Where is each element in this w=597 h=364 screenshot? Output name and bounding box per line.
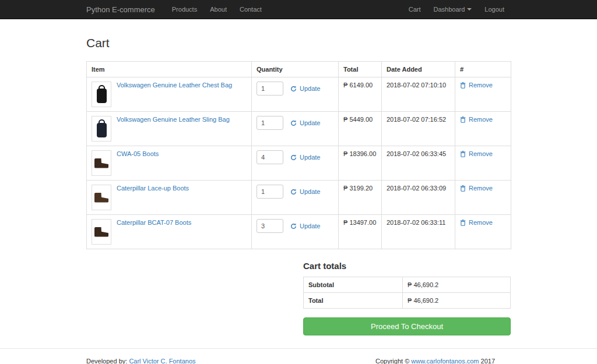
table-row: Volkswagen Genuine Leather Chest Bag Upd… xyxy=(87,77,511,112)
remove-link-label: Remove xyxy=(469,185,493,192)
row-date-added: 2018-07-02 07:16:52 xyxy=(382,112,455,146)
product-image xyxy=(92,82,111,107)
remove-link[interactable]: Remove xyxy=(460,82,493,89)
product-image xyxy=(92,185,111,210)
trash-icon xyxy=(460,220,466,226)
remove-link-label: Remove xyxy=(469,82,493,89)
table-row: Volkswagen Genuine Leather Sling Bag Upd… xyxy=(87,112,511,146)
top-navbar: Python E-commerce Products About Contact… xyxy=(0,0,597,19)
developer-link[interactable]: Carl Victor C. Fontanos xyxy=(129,358,195,364)
nav-item-logout[interactable]: Logout xyxy=(478,6,511,13)
table-row: CWA-05 Boots Update ₱ 18396.00 2018-07-0… xyxy=(87,146,511,181)
cart-totals-title: Cart totals xyxy=(303,261,511,271)
product-link[interactable]: Caterpillar BCAT-07 Boots xyxy=(117,219,191,226)
refresh-icon xyxy=(290,86,297,92)
update-link-label: Update xyxy=(300,188,320,195)
table-header-row: Item Quantity Total Date Added # xyxy=(87,62,511,77)
quantity-input[interactable] xyxy=(257,150,283,164)
nav-item-about[interactable]: About xyxy=(203,6,233,13)
update-link[interactable]: Update xyxy=(290,222,320,229)
caret-down-icon xyxy=(467,8,472,10)
quantity-input[interactable] xyxy=(257,185,283,199)
col-header-date-added: Date Added xyxy=(382,62,455,77)
update-link[interactable]: Update xyxy=(290,119,320,126)
copyright-link[interactable]: www.carlofontanos.com xyxy=(411,358,479,364)
copyright-year: 2017 xyxy=(481,358,495,364)
trash-icon xyxy=(460,185,466,192)
refresh-icon xyxy=(290,120,297,126)
row-total: ₱ 3199.20 xyxy=(339,181,382,215)
product-link[interactable]: Caterpillar Lace-up Boots xyxy=(117,185,189,192)
total-value: ₱ 46,690.2 xyxy=(403,293,511,309)
col-header-actions: # xyxy=(455,62,511,77)
col-header-item: Item xyxy=(87,62,252,77)
col-header-quantity: Quantity xyxy=(252,62,339,77)
remove-link[interactable]: Remove xyxy=(460,185,493,192)
totals-table: Subtotal ₱ 46,690.2 Total ₱ 46,690.2 xyxy=(303,277,511,309)
remove-link[interactable]: Remove xyxy=(460,219,493,226)
page-title: Cart xyxy=(86,36,511,50)
remove-link-label: Remove xyxy=(469,116,493,123)
row-date-added: 2018-07-02 06:33:45 xyxy=(382,146,455,181)
table-row: Caterpillar Lace-up Boots Update ₱ 3199.… xyxy=(87,181,511,215)
subtotal-value: ₱ 46,690.2 xyxy=(403,277,511,293)
nav-item-cart[interactable]: Cart xyxy=(402,6,427,13)
product-link[interactable]: CWA-05 Boots xyxy=(117,150,159,157)
page-footer: Developed by: Carl Victor C. Fontanos ⌂ … xyxy=(0,348,597,364)
update-link-label: Update xyxy=(300,119,320,126)
update-link[interactable]: Update xyxy=(290,85,320,92)
row-total: ₱ 13497.00 xyxy=(339,215,382,249)
product-link[interactable]: Volkswagen Genuine Leather Chest Bag xyxy=(117,82,232,89)
nav-left: Products About Contact xyxy=(166,6,268,13)
nav-item-products[interactable]: Products xyxy=(166,6,203,13)
product-link[interactable]: Volkswagen Genuine Leather Sling Bag xyxy=(117,116,230,123)
brand-link[interactable]: Python E-commerce xyxy=(86,5,155,14)
row-date-added: 2018-07-02 06:33:11 xyxy=(382,215,455,249)
product-image xyxy=(92,150,111,176)
quantity-input[interactable] xyxy=(257,116,283,130)
row-date-added: 2018-07-02 06:33:09 xyxy=(382,181,455,215)
row-total: ₱ 6149.00 xyxy=(339,77,382,112)
refresh-icon xyxy=(290,223,297,229)
col-header-total: Total xyxy=(339,62,382,77)
cart-table: Item Quantity Total Date Added # Volkswa… xyxy=(86,61,511,249)
copyright-text: Copyright © xyxy=(375,358,409,364)
nav-item-contact[interactable]: Contact xyxy=(233,6,268,13)
update-link-label: Update xyxy=(300,85,320,92)
refresh-icon xyxy=(290,189,297,195)
quantity-input[interactable] xyxy=(257,219,283,233)
update-link-label: Update xyxy=(300,154,320,161)
update-link[interactable]: Update xyxy=(290,154,320,161)
remove-link-label: Remove xyxy=(469,219,493,226)
row-date-added: 2018-07-02 07:10:10 xyxy=(382,77,455,112)
remove-link-label: Remove xyxy=(469,150,493,157)
refresh-icon xyxy=(290,154,297,161)
product-image xyxy=(92,219,111,245)
proceed-to-checkout-button[interactable]: Proceed To Checkout xyxy=(303,317,511,335)
update-link-label: Update xyxy=(300,222,320,229)
product-image xyxy=(92,116,111,142)
nav-item-dashboard[interactable]: Dashboard xyxy=(427,6,479,13)
total-label: Total xyxy=(304,293,403,309)
nav-item-dashboard-label: Dashboard xyxy=(434,6,465,13)
remove-link[interactable]: Remove xyxy=(460,116,493,123)
trash-icon xyxy=(460,151,466,157)
row-total: ₱ 18396.00 xyxy=(339,146,382,181)
subtotal-label: Subtotal xyxy=(304,277,403,293)
cart-totals-section: Cart totals Subtotal ₱ 46,690.2 Total ₱ … xyxy=(303,261,511,335)
nav-right: Cart Dashboard Logout xyxy=(402,6,511,13)
table-row: Caterpillar BCAT-07 Boots Update ₱ 13497… xyxy=(87,215,511,249)
row-total: ₱ 5449.00 xyxy=(339,112,382,146)
update-link[interactable]: Update xyxy=(290,188,320,195)
quantity-input[interactable] xyxy=(257,82,283,96)
trash-icon xyxy=(460,116,466,123)
developed-by-label: Developed by: xyxy=(86,358,127,364)
remove-link[interactable]: Remove xyxy=(460,150,493,157)
trash-icon xyxy=(460,82,466,89)
